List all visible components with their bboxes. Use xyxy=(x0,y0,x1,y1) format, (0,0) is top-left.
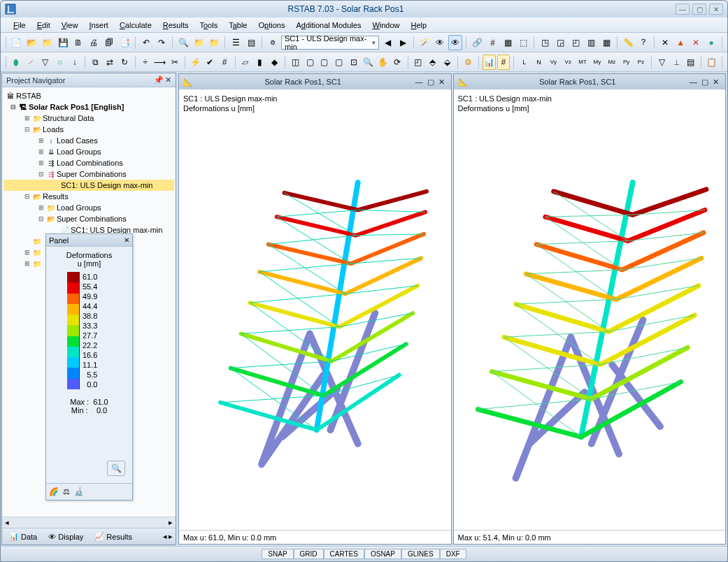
eye-icon[interactable]: 👁 xyxy=(448,35,462,50)
tab-prev-icon[interactable]: ◂ xyxy=(163,532,167,541)
minimize-button[interactable]: — xyxy=(676,3,690,15)
find-icon[interactable]: 🔍 xyxy=(176,35,190,50)
tree-loads[interactable]: ⊟📂Loads xyxy=(3,124,174,135)
tree-structural-data[interactable]: ⊞📁Structural Data xyxy=(3,113,174,124)
menu-insert[interactable]: Insert xyxy=(83,20,114,31)
view-xy-icon[interactable]: ▢ xyxy=(304,55,317,70)
axis-icon[interactable]: ✕ xyxy=(658,35,672,50)
pan-icon[interactable]: ✋ xyxy=(376,55,390,70)
status-toggle-grid[interactable]: GRID xyxy=(294,549,324,559)
zoom-all-icon[interactable]: ⊡ xyxy=(347,55,360,70)
solid-icon[interactable]: ▮ xyxy=(253,55,266,70)
moment-mt-icon[interactable]: MT xyxy=(576,55,590,70)
hinge-icon[interactable]: ○ xyxy=(53,55,66,70)
sc-icon[interactable]: ⚙ xyxy=(266,35,280,50)
print-setup-icon[interactable]: 🗐 xyxy=(102,35,116,50)
scale-icon[interactable]: ⟂ xyxy=(670,55,683,70)
redo-icon[interactable]: ↷ xyxy=(155,35,169,50)
menu-additional-modules[interactable]: Additional Modules xyxy=(290,20,366,31)
measure-icon[interactable]: 📏 xyxy=(621,35,635,50)
next-icon[interactable]: ▶ xyxy=(396,35,410,50)
close-button[interactable]: ✕ xyxy=(709,3,723,15)
tree-results-super-combos[interactable]: ⊟📂Super Combinations xyxy=(3,213,174,224)
tree-load-cases[interactable]: ⊞↓Load Cases xyxy=(3,135,174,146)
member-icon[interactable]: ⟋ xyxy=(24,55,38,70)
section-icon[interactable]: ⬘ xyxy=(426,55,439,70)
cube2-icon[interactable]: ◲ xyxy=(553,35,567,50)
layers-icon[interactable]: ▥ xyxy=(584,35,598,50)
calc-icon[interactable]: ⚙ xyxy=(462,55,475,70)
table-icon[interactable]: ▤ xyxy=(244,35,258,50)
renumber-icon[interactable]: #️ xyxy=(485,35,499,50)
menu-table[interactable]: Table xyxy=(223,20,252,31)
menu-edit[interactable]: Edit xyxy=(31,20,56,31)
view-iso-icon[interactable]: ◫ xyxy=(289,55,302,70)
results-toggle-icon[interactable]: 📊 xyxy=(483,55,496,70)
results-values-icon[interactable]: # xyxy=(497,55,511,70)
folder-browse-icon[interactable]: 📁 xyxy=(41,35,55,50)
export-icon[interactable]: 📑 xyxy=(117,35,131,50)
wand-icon[interactable]: 🪄 xyxy=(417,35,431,50)
check-icon[interactable]: ✔ xyxy=(204,55,217,70)
support-react-icon[interactable]: ▽ xyxy=(655,55,669,70)
print-preview-icon[interactable]: 🗎 xyxy=(71,35,85,50)
view-xz-icon[interactable]: ▢ xyxy=(318,55,331,70)
view-right-min-icon[interactable]: — xyxy=(690,78,697,86)
loadcase-combo[interactable]: SC1 - ULS Design max-min xyxy=(281,36,379,50)
undo-icon[interactable]: ↶ xyxy=(139,35,153,50)
wire-icon[interactable]: ▱ xyxy=(238,55,252,70)
extrude-icon[interactable]: ⬚ xyxy=(516,35,530,50)
moment-mz-icon[interactable]: Mz xyxy=(605,55,618,70)
force-vz-icon[interactable]: Vz xyxy=(562,55,575,70)
orbit-icon[interactable]: ⟳ xyxy=(391,55,404,70)
view-left-canvas[interactable]: SC1 : ULS Design max-min Deformations u … xyxy=(179,89,451,530)
menu-calculate[interactable]: Calculate xyxy=(114,20,157,31)
mirror-icon[interactable]: ⇄ xyxy=(104,55,117,70)
renumber2-icon[interactable]: # xyxy=(218,55,231,70)
list-icon[interactable]: ☰ xyxy=(229,35,243,50)
notes-icon[interactable]: 📋 xyxy=(705,55,718,70)
tree-load-combinations[interactable]: ⊞⇶Load Combinations xyxy=(3,157,174,168)
menu-view[interactable]: View xyxy=(56,20,84,31)
view-right-canvas[interactable]: SC1 : ULS Design max-min Deformations u … xyxy=(454,89,726,530)
menu-file[interactable]: File xyxy=(8,20,31,31)
status-toggle-snap[interactable]: SNAP xyxy=(262,549,293,559)
tab-data[interactable]: 📊Data xyxy=(5,531,41,542)
print-icon[interactable]: 🖨 xyxy=(87,35,101,50)
render-icon[interactable]: ◆ xyxy=(268,55,281,70)
navigator-scrollbar[interactable]: ◂▸ xyxy=(2,517,176,528)
tab-display[interactable]: 👁Display xyxy=(44,531,87,542)
extend-icon[interactable]: ⟶ xyxy=(153,55,166,70)
file-new-icon[interactable]: 📄 xyxy=(10,35,24,50)
prev-icon[interactable]: ◀ xyxy=(380,35,394,50)
tree-load-groups[interactable]: ⊞⇊Load Groups xyxy=(3,146,174,157)
tab-next-icon[interactable]: ▸ xyxy=(169,532,173,541)
circle-check-icon[interactable]: ● xyxy=(704,35,718,50)
generate-icon[interactable]: ⚡ xyxy=(189,55,202,70)
node-icon[interactable]: ⬮ xyxy=(10,55,23,70)
file-open-icon[interactable]: 📂 xyxy=(25,35,39,50)
trim-icon[interactable]: ✂ xyxy=(168,55,181,70)
eye-x-icon[interactable]: 👁 xyxy=(433,35,447,50)
menu-results[interactable]: Results xyxy=(157,20,194,31)
navigator-close-icon[interactable]: ✕ xyxy=(165,75,171,85)
force-n-icon[interactable]: N xyxy=(532,55,545,70)
reaction-pz-icon[interactable]: Pz xyxy=(634,55,648,70)
save-icon[interactable]: 💾 xyxy=(56,35,70,50)
copy-icon[interactable]: ⧉ xyxy=(89,55,102,70)
folder-output-icon[interactable]: 📁 xyxy=(192,35,206,50)
cube-icon[interactable]: ◳ xyxy=(538,35,552,50)
reaction-py-icon[interactable]: Py xyxy=(620,55,633,70)
force-vy-icon[interactable]: Vy xyxy=(547,55,560,70)
menu-window[interactable]: Window xyxy=(366,20,405,31)
view-right-max-icon[interactable]: ▢ xyxy=(701,78,708,87)
menu-options[interactable]: Options xyxy=(252,20,290,31)
tree-project[interactable]: ⊟🏗Solar Rack Pos1 [English] xyxy=(3,101,174,113)
status-toggle-osnap[interactable]: OSNAP xyxy=(364,549,401,559)
panel-titlebar[interactable]: Panel ✕ xyxy=(46,234,132,247)
cube3-icon[interactable]: ◰ xyxy=(569,35,583,50)
diagram-link-icon[interactable]: 🔗 xyxy=(470,35,484,50)
x-red-icon[interactable]: ✕ xyxy=(689,35,703,50)
grid-nodes-icon[interactable]: ▦ xyxy=(501,35,515,50)
tree-root[interactable]: 🏛RSTAB xyxy=(3,90,174,101)
